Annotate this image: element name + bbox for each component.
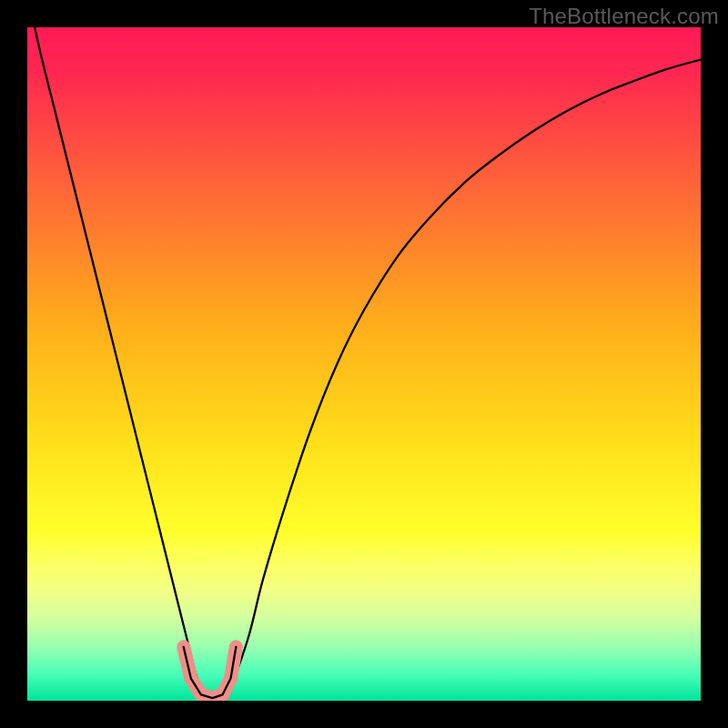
attribution-link[interactable]: TheBottleneck.com — [529, 4, 719, 29]
chart-frame: TheBottleneck.com — [0, 0, 728, 728]
plot-area — [27, 27, 701, 701]
svg-rect-0 — [27, 27, 701, 701]
background-gradient — [27, 27, 701, 701]
